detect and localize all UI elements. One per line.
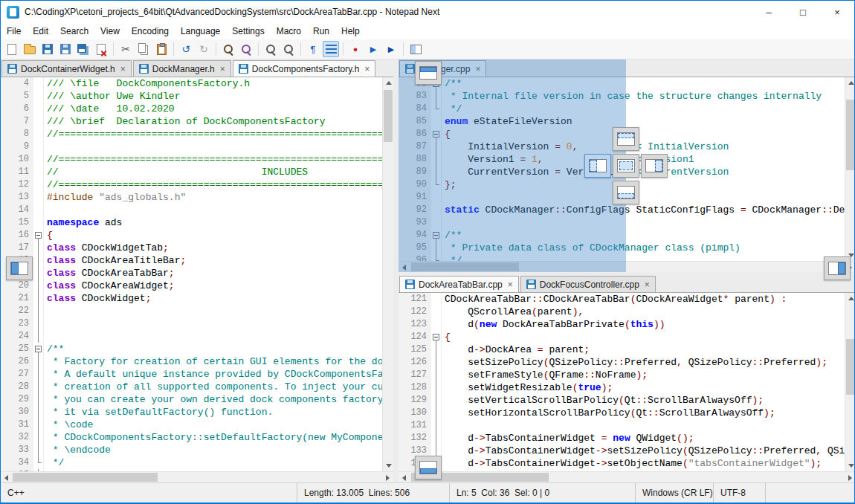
tab-close-icon[interactable]: × bbox=[120, 64, 126, 74]
dock-strip bbox=[420, 468, 436, 474]
toolbar-separator bbox=[216, 42, 216, 56]
drop-indicator-left[interactable] bbox=[584, 154, 611, 178]
scroll-up-button[interactable] bbox=[383, 77, 393, 88]
menu-view[interactable]: View bbox=[94, 23, 126, 39]
tab-close-icon[interactable]: × bbox=[645, 280, 650, 290]
fold-margin[interactable] bbox=[431, 293, 442, 471]
tab-dockfocuscontroller-cpp[interactable]: DockFocusController.cpp× bbox=[520, 276, 656, 292]
tab-close-icon[interactable]: × bbox=[220, 64, 225, 74]
menu-encoding[interactable]: Encoding bbox=[126, 23, 175, 39]
scroll-thumb[interactable] bbox=[846, 339, 855, 395]
zoom-out-button[interactable]: − bbox=[280, 41, 297, 57]
scroll-thumb[interactable] bbox=[384, 90, 393, 142]
fold-collapse-marker[interactable] bbox=[33, 343, 43, 355]
status-eol-format[interactable]: Windows (CR LF) bbox=[635, 483, 713, 503]
vertical-scrollbar[interactable] bbox=[845, 77, 855, 261]
scroll-down-button[interactable] bbox=[845, 460, 855, 471]
scroll-track[interactable] bbox=[12, 472, 382, 482]
scroll-right-button[interactable] bbox=[382, 472, 393, 482]
show-all-characters-button[interactable]: ¶ bbox=[305, 41, 321, 57]
tab-dockcontainerwidget-h[interactable]: DockContainerWidget.h× bbox=[1, 60, 132, 77]
horizontal-scrollbar[interactable] bbox=[1, 471, 393, 482]
fold-collapse-marker[interactable] bbox=[33, 229, 43, 242]
menu-settings[interactable]: Settings bbox=[226, 23, 270, 39]
menu-language[interactable]: Language bbox=[175, 23, 226, 39]
scroll-track[interactable] bbox=[383, 88, 393, 460]
tab-dockareatabbar-cpp[interactable]: DockAreaTabBar.cpp× bbox=[399, 276, 519, 292]
run-macro-multiple-button[interactable]: ▶ bbox=[383, 41, 399, 57]
scroll-track[interactable] bbox=[845, 88, 855, 250]
undo-button[interactable]: ↺ bbox=[178, 41, 194, 57]
fold-collapse-marker[interactable] bbox=[431, 331, 441, 343]
scroll-track[interactable] bbox=[410, 472, 845, 482]
tab-dockcomponentsfactory-h[interactable]: DockComponentsFactory.h× bbox=[233, 60, 376, 77]
status-document-stats[interactable]: Length: 13.005 Lines: 506 bbox=[297, 483, 449, 503]
titlebar[interactable]: C:\CodingXP\cetoni_projects_64bit\QtAdva… bbox=[1, 1, 854, 23]
record-macro-button[interactable]: ● bbox=[347, 41, 364, 57]
left-arrow-icon bbox=[402, 475, 406, 481]
code-line bbox=[47, 204, 382, 216]
word-wrap-button[interactable] bbox=[323, 41, 339, 57]
status-cursor-position[interactable]: Ln: 5 Col: 36 Sel: 0 | 0 bbox=[449, 483, 635, 503]
menu-search[interactable]: Search bbox=[54, 23, 94, 39]
editor-bottom-right[interactable]: 1211221231241251261271281291301311321331… bbox=[399, 293, 855, 471]
replace-button[interactable] bbox=[238, 41, 254, 57]
tab-label: DockComponentsFactory.h bbox=[252, 64, 360, 74]
maximize-button[interactable]: □ bbox=[786, 1, 820, 23]
status-language[interactable]: C++ bbox=[1, 483, 297, 503]
paste-button[interactable] bbox=[153, 41, 170, 57]
drop-indicator-center[interactable] bbox=[613, 154, 639, 178]
menu-run[interactable]: Run bbox=[307, 23, 335, 39]
scroll-thumb[interactable] bbox=[13, 473, 158, 482]
tab-close-icon[interactable]: × bbox=[508, 280, 513, 290]
menu-file[interactable]: File bbox=[1, 23, 27, 39]
drop-indicator-top[interactable] bbox=[613, 127, 639, 151]
close-file-button[interactable] bbox=[93, 41, 109, 57]
drop-indicator-edge-top[interactable] bbox=[415, 61, 442, 85]
drop-indicator-bottom[interactable] bbox=[613, 181, 639, 204]
tab-label: DockContainerWidget.h bbox=[21, 64, 115, 74]
menu-help[interactable]: Help bbox=[335, 23, 366, 39]
close-button[interactable]: × bbox=[820, 1, 854, 23]
split-view-button[interactable] bbox=[407, 41, 424, 57]
menu-macro[interactable]: Macro bbox=[271, 23, 307, 39]
save-copy-as-button[interactable] bbox=[57, 41, 74, 57]
code-area[interactable]: /// \file DockComponentsFactory.h/// \au… bbox=[44, 77, 382, 471]
save-all-button[interactable] bbox=[75, 41, 91, 57]
save-button[interactable] bbox=[39, 41, 56, 57]
drop-indicator-edge-left[interactable] bbox=[6, 256, 33, 280]
new-file-button[interactable] bbox=[4, 41, 20, 57]
fold-margin[interactable] bbox=[33, 77, 44, 471]
redo-button[interactable]: ↻ bbox=[196, 41, 212, 57]
scroll-left-button[interactable] bbox=[399, 472, 410, 482]
vertical-splitter[interactable] bbox=[393, 59, 399, 482]
minimize-button[interactable]: – bbox=[752, 1, 786, 23]
play-macro-button[interactable]: ▶ bbox=[365, 41, 381, 57]
fold-margin-cell bbox=[33, 419, 43, 431]
find-button[interactable] bbox=[220, 41, 236, 57]
status-encoding[interactable]: UTF-8 bbox=[713, 483, 765, 503]
vertical-scrollbar[interactable] bbox=[845, 293, 855, 471]
scroll-down-button[interactable] bbox=[383, 460, 393, 471]
scroll-left-button[interactable] bbox=[1, 472, 12, 482]
zoom-in-button[interactable]: + bbox=[262, 41, 279, 57]
scroll-right-button[interactable] bbox=[845, 472, 855, 482]
tab-close-icon[interactable]: × bbox=[364, 64, 370, 74]
vertical-scrollbar[interactable] bbox=[382, 77, 393, 471]
horizontal-scrollbar[interactable] bbox=[399, 471, 855, 482]
editor-left[interactable]: 4567891011121314151617181920212223242526… bbox=[1, 77, 393, 471]
menu-edit[interactable]: Edit bbox=[27, 23, 54, 39]
scroll-thumb[interactable] bbox=[846, 100, 855, 170]
copy-button[interactable] bbox=[135, 41, 152, 57]
open-file-button[interactable] bbox=[22, 41, 38, 57]
code-area[interactable]: CDockAreaTabBar::CDockAreaTabBar(CDockAr… bbox=[442, 293, 845, 471]
scroll-track[interactable] bbox=[845, 304, 855, 460]
drop-indicator-edge-bottom[interactable] bbox=[415, 456, 442, 479]
scroll-up-button[interactable] bbox=[845, 293, 855, 304]
scroll-up-button[interactable] bbox=[845, 77, 855, 88]
tab-dockmanager-h[interactable]: DockManager.h× bbox=[133, 60, 231, 77]
cut-button[interactable]: ✂ bbox=[117, 41, 134, 57]
drop-indicator-right[interactable] bbox=[641, 154, 668, 178]
fold-margin-cell bbox=[431, 318, 441, 331]
drop-indicator-edge-right[interactable] bbox=[824, 256, 851, 280]
